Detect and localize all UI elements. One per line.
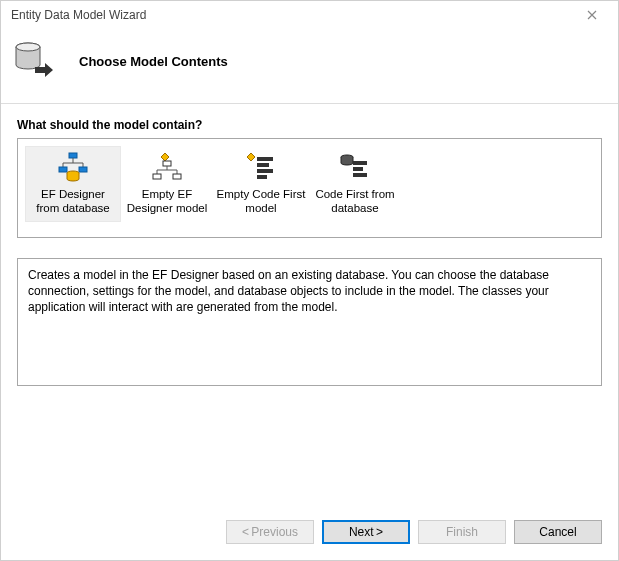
option-empty-code-first[interactable]: Empty Code First model [214,147,308,221]
svg-rect-15 [153,174,161,179]
svg-rect-20 [257,175,267,179]
option-label: Empty Code First model [216,187,306,215]
option-label: EF Designer from database [28,187,118,215]
content-area: What should the model contain? [1,104,618,508]
svg-rect-17 [257,157,273,161]
description-box: Creates a model in the EF Designer based… [17,258,602,386]
svg-rect-8 [79,167,87,172]
svg-rect-24 [353,173,367,177]
svg-rect-7 [59,167,67,172]
svg-rect-2 [69,153,77,158]
svg-rect-19 [257,169,273,173]
database-icon [13,39,55,83]
close-icon [587,7,597,23]
header-title: Choose Model Contents [73,54,228,69]
close-button[interactable] [572,1,612,29]
empty-code-first-icon [245,151,277,183]
wizard-header: Choose Model Contents [1,29,618,104]
next-button[interactable]: Next > [322,520,410,544]
footer: < Previous Next > Finish Cancel [1,508,618,560]
svg-rect-18 [257,163,269,167]
titlebar: Entity Data Model Wizard [1,1,618,29]
cancel-button[interactable]: Cancel [514,520,602,544]
question-label: What should the model contain? [17,118,602,132]
ef-designer-db-icon [57,151,89,183]
option-label: Empty EF Designer model [122,187,212,215]
svg-rect-22 [353,161,367,165]
option-code-first-from-db[interactable]: Code First from database [308,147,402,221]
svg-point-1 [16,43,40,51]
options-box: EF Designer from database Empty E [17,138,602,238]
window-title: Entity Data Model Wizard [11,8,146,22]
wizard-window: Entity Data Model Wizard Choose Model Co… [0,0,619,561]
svg-rect-23 [353,167,363,171]
finish-button: Finish [418,520,506,544]
svg-rect-16 [173,174,181,179]
option-empty-ef-designer[interactable]: Empty EF Designer model [120,147,214,221]
previous-button: < Previous [226,520,314,544]
option-label: Code First from database [310,187,400,215]
svg-rect-10 [163,161,171,166]
code-first-db-icon [339,151,371,183]
empty-ef-designer-icon [151,151,183,183]
option-ef-designer-from-db[interactable]: EF Designer from database [26,147,120,221]
